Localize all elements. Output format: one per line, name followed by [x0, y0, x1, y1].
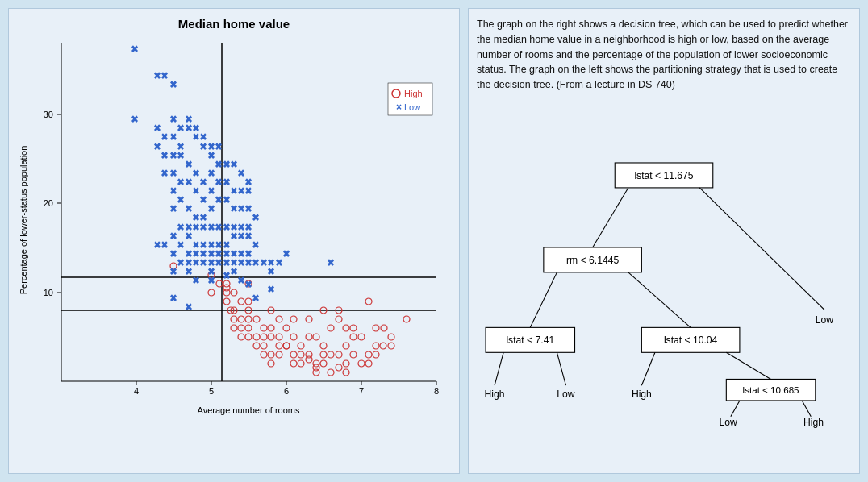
svg-text:×: × [238, 203, 244, 214]
svg-text:×: × [186, 266, 191, 277]
svg-text:×: × [215, 194, 221, 206]
svg-point-93 [313, 334, 319, 340]
svg-text:×: × [268, 284, 273, 295]
svg-point-27 [231, 289, 237, 296]
svg-line-247 [726, 352, 770, 379]
svg-text:×: × [177, 257, 183, 268]
svg-text:×: × [252, 212, 258, 223]
svg-text:×: × [238, 168, 244, 179]
scatter-area: Percentage of lower-status population 4 … [17, 35, 451, 430]
svg-point-46 [380, 343, 386, 349]
svg-text:×: × [223, 270, 229, 281]
svg-point-49 [238, 316, 244, 322]
svg-text:×: × [215, 141, 221, 152]
svg-text:×: × [328, 257, 333, 268]
svg-point-51 [253, 334, 260, 340]
svg-text:×: × [208, 150, 214, 161]
description-text: The graph on the right shows a decision … [477, 17, 851, 93]
right-low-leaf: Low [816, 314, 834, 326]
svg-text:×: × [223, 177, 229, 188]
svg-text:×: × [177, 222, 183, 233]
svg-text:×: × [186, 301, 191, 313]
svg-text:×: × [223, 222, 229, 233]
svg-point-109 [313, 369, 319, 376]
svg-text:×: × [252, 293, 258, 304]
svg-text:×: × [208, 222, 214, 233]
svg-text:×: × [252, 239, 258, 251]
svg-text:×: × [215, 177, 221, 188]
svg-point-107 [268, 360, 274, 367]
scatter-svg: Percentage of lower-status population 4 … [17, 35, 453, 422]
svg-point-69 [245, 298, 252, 305]
tree-area: lstat < 11.675 rm < 6.1445 Low [477, 101, 851, 465]
svg-text:×: × [170, 248, 176, 260]
svg-text:×: × [200, 177, 206, 188]
svg-text:×: × [200, 141, 206, 152]
svg-point-90 [223, 285, 230, 291]
svg-text:×: × [170, 114, 176, 125]
main-container: Median home value Percentage of lower-st… [0, 0, 868, 482]
svg-text:×: × [245, 185, 251, 197]
y-axis-label: Percentage of lower-status population [19, 146, 28, 295]
svg-text:×: × [276, 257, 282, 268]
lstat-10685-node: lstat < 10.685 [743, 384, 799, 395]
svg-point-50 [245, 325, 252, 331]
svg-text:×: × [170, 150, 176, 161]
svg-text:8: 8 [434, 386, 439, 396]
svg-text:×: × [238, 231, 244, 242]
svg-text:4: 4 [134, 386, 139, 396]
svg-text:×: × [177, 194, 183, 206]
svg-point-34 [290, 351, 297, 358]
svg-point-110 [343, 369, 349, 376]
svg-point-44 [365, 360, 372, 367]
svg-text:×: × [208, 275, 214, 286]
svg-point-43 [358, 360, 365, 367]
svg-text:×: × [268, 266, 273, 277]
svg-text:×: × [283, 248, 289, 260]
svg-text:Low: Low [404, 102, 420, 112]
tree-svg: lstat < 11.675 rm < 6.1445 Low [477, 101, 851, 465]
svg-text:×: × [170, 131, 176, 143]
svg-point-97 [373, 325, 379, 331]
right-panel: The graph on the right shows a decision … [468, 8, 860, 474]
svg-text:×: × [193, 275, 198, 286]
svg-text:×: × [208, 168, 214, 179]
svg-text:20: 20 [44, 198, 53, 208]
svg-point-85 [298, 343, 304, 349]
svg-point-113 [245, 316, 252, 322]
svg-text:×: × [186, 203, 191, 214]
svg-text:×: × [170, 79, 176, 90]
svg-text:×: × [245, 203, 251, 214]
svg-text:×: × [208, 203, 214, 214]
svg-text:×: × [215, 222, 221, 233]
svg-text:×: × [193, 185, 198, 197]
svg-point-42 [350, 351, 357, 358]
svg-text:×: × [238, 185, 244, 197]
chart-title: Median home value [17, 17, 451, 31]
svg-line-246 [641, 352, 655, 385]
svg-point-79 [208, 289, 215, 296]
svg-point-38 [320, 360, 327, 367]
svg-text:×: × [177, 177, 183, 188]
high-leaf-1: High [485, 388, 505, 399]
svg-point-63 [298, 351, 304, 358]
svg-text:×: × [170, 185, 176, 197]
svg-line-244 [495, 352, 503, 385]
svg-text:×: × [252, 257, 258, 268]
x-axis-label: Average number of rooms [198, 405, 300, 415]
svg-text:×: × [154, 123, 160, 134]
svg-text:×: × [170, 231, 176, 242]
rm-node: rm < 6.1445 [566, 255, 619, 266]
svg-point-108 [290, 360, 297, 367]
high-leaf-2: High [632, 388, 652, 399]
svg-text:×: × [245, 279, 251, 290]
svg-text:×: × [231, 185, 236, 197]
svg-text:×: × [161, 70, 167, 81]
lstat-1004-node: lstat < 10.04 [664, 334, 718, 346]
svg-text:×: × [193, 168, 198, 179]
svg-line-245 [557, 352, 565, 385]
svg-point-60 [245, 334, 252, 340]
svg-text:×: × [223, 159, 229, 170]
svg-point-92 [290, 334, 297, 340]
svg-point-91 [276, 343, 282, 349]
